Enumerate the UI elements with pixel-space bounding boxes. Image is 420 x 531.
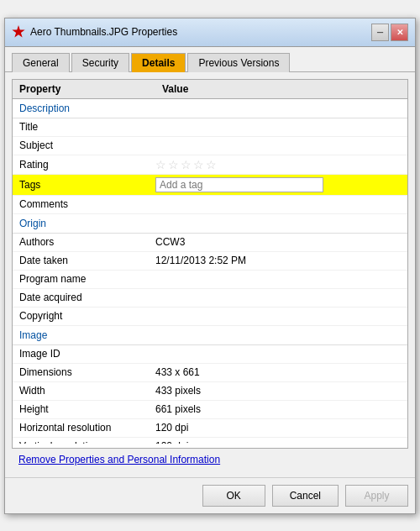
minimize-button[interactable]: ─ [371, 24, 389, 41]
row-imageid-property: Image ID [19, 348, 155, 360]
table-row: Horizontal resolution 120 dpi [13, 419, 407, 438]
title-bar-left: Aero Thumbnails.JPG Properties [12, 25, 177, 39]
property-table: Property Value Description Title Subject… [12, 79, 408, 449]
cancel-button[interactable]: Cancel [272, 485, 339, 507]
table-row: Subject [13, 137, 407, 155]
row-tags-property: Tags [19, 179, 155, 191]
footer: OK Cancel Apply [5, 477, 415, 513]
header-property: Property [19, 83, 162, 95]
row-vresolution-property: Vertical resolution [19, 440, 155, 444]
table-row: Width 433 pixels [13, 382, 407, 401]
row-rating-value: ☆ ☆ ☆ ☆ ☆ [155, 158, 401, 171]
remove-properties-link[interactable]: Remove Properties and Personal Informati… [18, 454, 220, 465]
star-2[interactable]: ☆ [168, 158, 179, 171]
table-row: Date taken 12/11/2013 2:52 PM [13, 252, 407, 271]
tab-details[interactable]: Details [131, 53, 186, 72]
star-4[interactable]: ☆ [193, 158, 204, 171]
row-rating-property: Rating [19, 159, 155, 171]
table-row: Dimensions 433 x 661 [13, 364, 407, 382]
tab-content: Property Value Description Title Subject… [5, 72, 415, 477]
section-origin: Origin [13, 214, 407, 234]
table-row: Height 661 pixels [13, 401, 407, 419]
row-height-value: 661 pixels [155, 403, 401, 415]
row-subject-property: Subject [19, 139, 155, 151]
row-title-property: Title [19, 121, 155, 133]
ok-button[interactable]: OK [202, 485, 265, 507]
row-dateacquired-property: Date acquired [19, 292, 155, 303]
table-row: Program name [13, 271, 407, 289]
table-body[interactable]: Description Title Subject Rating ☆ ☆ [13, 99, 407, 444]
rating-stars[interactable]: ☆ ☆ ☆ ☆ ☆ [155, 158, 401, 171]
title-buttons: ─ ✕ [371, 24, 408, 41]
section-image: Image [13, 326, 407, 345]
star-3[interactable]: ☆ [181, 158, 192, 171]
window-title: Aero Thumbnails.JPG Properties [30, 26, 177, 38]
tab-general[interactable]: General [12, 53, 70, 72]
row-copyright-property: Copyright [19, 310, 155, 322]
table-row: Authors CCW3 [13, 234, 407, 252]
tabs-bar: General Security Details Previous Versio… [5, 47, 415, 72]
tab-previous-versions[interactable]: Previous Versions [187, 53, 290, 72]
row-dimensions-property: Dimensions [19, 366, 155, 378]
row-authors-value: CCW3 [155, 236, 401, 248]
row-vresolution-value: 120 dpi [155, 440, 401, 444]
table-row: Image ID [13, 345, 407, 364]
title-bar: Aero Thumbnails.JPG Properties ─ ✕ [5, 18, 415, 47]
row-tags-value [155, 177, 401, 192]
section-description: Description [13, 99, 407, 118]
table-header: Property Value [13, 80, 407, 99]
row-width-value: 433 pixels [155, 385, 401, 397]
star-5[interactable]: ☆ [206, 158, 217, 171]
row-datetaken-value: 12/11/2013 2:52 PM [155, 255, 401, 266]
window-icon [12, 25, 25, 39]
row-height-property: Height [19, 403, 155, 415]
apply-button[interactable]: Apply [345, 485, 408, 507]
table-row: Title [13, 118, 407, 137]
header-value: Value [162, 83, 401, 95]
table-row: Date acquired [13, 289, 407, 308]
table-row: Comments [13, 196, 407, 214]
row-datetaken-property: Date taken [19, 255, 155, 266]
table-row: Rating ☆ ☆ ☆ ☆ ☆ [13, 155, 407, 175]
row-dimensions-value: 433 x 661 [155, 366, 401, 378]
star-1[interactable]: ☆ [155, 158, 166, 171]
table-row-tags: Tags [13, 175, 407, 196]
row-authors-property: Authors [19, 236, 155, 248]
tag-input[interactable] [155, 177, 323, 192]
link-area: Remove Properties and Personal Informati… [12, 449, 408, 471]
row-hresolution-value: 120 dpi [155, 422, 401, 434]
close-button[interactable]: ✕ [391, 24, 408, 41]
table-row: Copyright [13, 308, 407, 326]
tab-security[interactable]: Security [71, 53, 129, 72]
row-programname-property: Program name [19, 273, 155, 285]
row-hresolution-property: Horizontal resolution [19, 422, 155, 434]
row-width-property: Width [19, 385, 155, 397]
properties-window: Aero Thumbnails.JPG Properties ─ ✕ Gener… [4, 18, 416, 514]
row-comments-property: Comments [19, 198, 155, 210]
table-row: Vertical resolution 120 dpi [13, 438, 407, 444]
